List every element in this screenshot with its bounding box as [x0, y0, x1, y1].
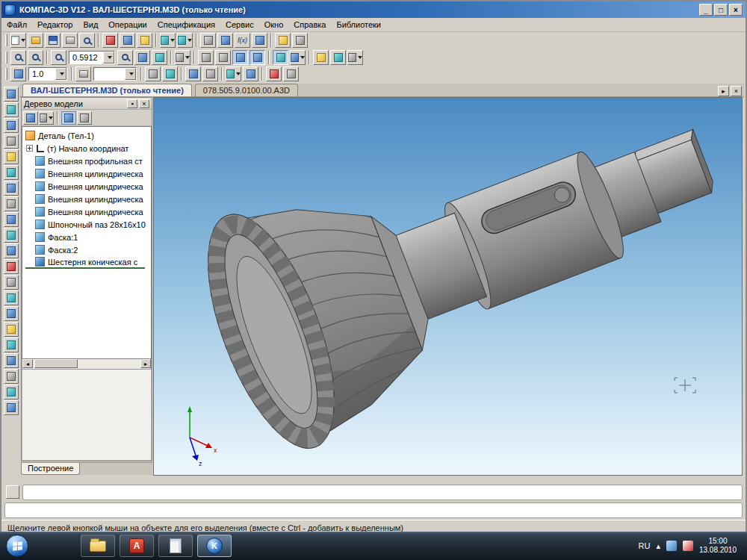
compact-panel-macro-button[interactable] [4, 353, 19, 368]
new-document-button[interactable] [10, 33, 26, 48]
hidden-lines-mode-button[interactable] [215, 50, 231, 65]
compact-panel-tools-button[interactable] [4, 369, 19, 384]
close-button[interactable]: × [729, 4, 743, 16]
tree-item-keyway[interactable]: Шпоночный паз 28x16x10 [25, 218, 151, 231]
action-center-icon[interactable] [683, 541, 693, 551]
compact-panel-surfaces-button[interactable] [4, 102, 19, 117]
sketch-mode-button[interactable] [162, 66, 178, 81]
compact-panel-sheet-button[interactable] [4, 228, 19, 243]
ortho-drawing-button[interactable] [185, 66, 201, 81]
shaded-mode-button[interactable] [232, 50, 248, 65]
model-tree[interactable]: Деталь (Тел-1) (т) Начало координат Внеш… [22, 126, 152, 359]
tree-item-root[interactable]: Деталь (Тел-1) [25, 129, 151, 142]
compact-panel-designations-button[interactable] [4, 259, 19, 274]
tree-composition-button[interactable] [39, 111, 54, 125]
layer-combo[interactable] [93, 67, 137, 81]
compact-panel-editing-button[interactable] [4, 275, 19, 290]
menu-view[interactable]: Вид [78, 19, 103, 31]
compact-panel-parameterization-button[interactable] [4, 290, 19, 305]
paste-button[interactable] [137, 33, 152, 48]
network-icon[interactable] [666, 541, 677, 551]
zoom-current-button[interactable] [117, 50, 133, 65]
compact-panel-library-button[interactable] [4, 385, 19, 399]
tree-item-operation[interactable]: Внешняя цилиндрическа [25, 180, 151, 193]
compact-panel-edit-part-button[interactable] [4, 87, 19, 102]
menu-libraries[interactable]: Библиотеки [331, 19, 386, 31]
tab-val-shesternya[interactable]: ВАЛ-ШЕСТЕРНЯ.M3D (только чтение) [22, 84, 192, 96]
tree-structure-button[interactable] [23, 111, 38, 125]
minimize-button[interactable]: _ [699, 4, 713, 16]
library-manager-button[interactable] [200, 33, 216, 48]
section-view-button[interactable] [313, 50, 329, 65]
property-bar[interactable] [22, 485, 743, 500]
panel-close-icon[interactable]: × [139, 99, 149, 108]
scroll-right-icon[interactable]: ▸ [140, 359, 151, 368]
compact-panel-reports-button[interactable] [4, 196, 19, 211]
compact-panel-filters-button[interactable] [4, 165, 19, 180]
pin-icon[interactable]: ▪ [127, 99, 137, 108]
toolbar-grip[interactable] [5, 68, 7, 80]
taskbar-kompas-doc-button[interactable]: A [120, 535, 154, 557]
menu-specification[interactable]: Спецификация [152, 19, 220, 31]
rebuild-model-button[interactable] [266, 66, 282, 81]
start-button[interactable] [6, 535, 28, 557]
orientation-button[interactable] [175, 50, 190, 65]
compact-panel-spec-button[interactable] [4, 181, 19, 196]
layer-combo-dropdown[interactable] [125, 68, 136, 80]
simplify-display-button[interactable] [290, 50, 306, 65]
tree-item-chamfer2[interactable]: Фаска:2 [25, 243, 151, 256]
tree-item-operation[interactable]: Внешняя профильная ст [25, 155, 151, 167]
compact-panel-geometry-button[interactable] [4, 306, 19, 321]
print-preview-button[interactable] [79, 33, 95, 48]
zoom-in-button[interactable] [10, 50, 26, 65]
tree-item-bevel-gear[interactable]: Шестерня коническая с [25, 256, 145, 269]
shaded-edges-mode-button[interactable] [249, 50, 265, 65]
compact-panel-elements-button[interactable] [4, 212, 19, 227]
menu-window[interactable]: Окно [259, 19, 289, 31]
title-bar[interactable]: КОМПАС-3D V12 - ВАЛ-ШЕСТЕРНЯ.M3D (только… [1, 1, 746, 18]
zoom-scale-combo[interactable]: 0.5912 [69, 51, 115, 64]
compact-panel-apps-button[interactable] [4, 400, 19, 415]
viewport-canvas[interactable]: x z [154, 98, 742, 475]
help-button[interactable] [275, 33, 291, 48]
scroll-left-icon[interactable]: ◂ [22, 359, 33, 368]
save-button[interactable] [45, 33, 61, 48]
step-combo-dropdown[interactable] [55, 68, 66, 80]
toolbar-grip[interactable] [5, 34, 7, 46]
model-tree-header[interactable]: Дерево модели ▪ × [22, 98, 152, 110]
tree-sections-button[interactable] [61, 111, 76, 125]
compact-panel-space-curves-button[interactable] [4, 134, 19, 149]
tab-scroll-right-button[interactable]: ▸ [718, 86, 729, 96]
zoom-scale-dropdown[interactable] [103, 52, 114, 63]
scrollbar-thumb[interactable] [34, 359, 78, 368]
undo-button[interactable] [160, 33, 176, 48]
current-layer-button[interactable] [75, 66, 91, 81]
viewport[interactable]: x z [153, 97, 743, 476]
zoom-page-button[interactable] [51, 50, 66, 65]
step-combo[interactable]: 1.0 [28, 67, 67, 81]
tree-item-operation[interactable]: Внешняя цилиндрическа [25, 205, 151, 218]
grid-toggle-button[interactable] [202, 66, 218, 81]
snap-settings-button[interactable] [226, 66, 241, 81]
menu-file[interactable]: Файл [1, 19, 32, 31]
perspective-toggle-button[interactable] [273, 50, 288, 65]
compact-panel-aux-geometry-button[interactable] [4, 118, 19, 133]
open-document-button[interactable] [28, 33, 43, 48]
message-bar[interactable] [4, 503, 743, 518]
pan-button[interactable] [134, 50, 150, 65]
menu-help[interactable]: Справка [288, 19, 331, 31]
variables-button[interactable] [217, 33, 233, 48]
compact-panel-view-button[interactable] [4, 337, 19, 352]
zoom-frame-button[interactable] [28, 50, 43, 65]
compact-panel-selection-button[interactable] [4, 322, 19, 337]
tab-close-button[interactable]: × [731, 86, 742, 96]
tree-item-origin[interactable]: (т) Начало координат [25, 142, 151, 155]
hide-all-button[interactable] [347, 50, 363, 65]
menu-service[interactable]: Сервис [220, 19, 259, 31]
tree-item-operation[interactable]: Внешняя цилиндрическа [25, 193, 151, 205]
angle-snap-button[interactable] [243, 66, 258, 81]
print-button[interactable] [62, 33, 78, 48]
tree-item-operation[interactable]: Внешняя цилиндрическа [25, 167, 151, 180]
clock[interactable]: 15:00 13.08.2010 [699, 537, 743, 555]
refresh-image-button[interactable] [330, 50, 346, 65]
